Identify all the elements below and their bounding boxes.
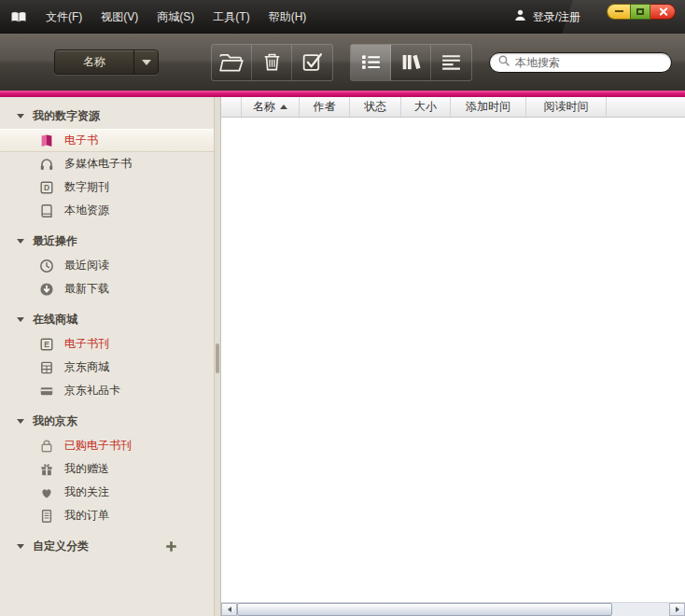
sidebar-item-jd-mall[interactable]: 京东商城: [0, 356, 214, 379]
list-view-button[interactable]: [351, 45, 391, 80]
view-toggle-group: [350, 44, 472, 81]
section-header-label: 在线商城: [33, 312, 77, 328]
sidebar-item-label: 已购电子书刊: [64, 438, 132, 454]
app-window: 文件(F) 视图(V) 商城(S) 工具(T) 帮助(H) 登录/注册 名称: [0, 0, 685, 616]
window-controls: [607, 4, 676, 20]
column-label: 阅读时间: [544, 99, 589, 115]
column-label: 作者: [314, 99, 336, 115]
clock-icon: [39, 259, 54, 273]
splitter-grip[interactable]: [216, 343, 219, 373]
collapse-triangle-icon: [17, 317, 24, 322]
sidebar-item-my-orders[interactable]: 我的订单: [0, 504, 214, 527]
sort-dropdown[interactable]: 名称: [54, 49, 159, 75]
column-label: 状态: [364, 99, 386, 115]
list-view-icon: [359, 51, 383, 73]
menu-help[interactable]: 帮助(H): [260, 6, 315, 29]
menu-view[interactable]: 视图(V): [92, 6, 147, 29]
search-box: [489, 52, 672, 73]
section-custom-categories[interactable]: 自定义分类: [0, 534, 214, 559]
open-folder-button[interactable]: [212, 45, 252, 80]
download-icon: [39, 282, 54, 297]
scrollbar-thumb[interactable]: [237, 603, 612, 616]
jd-mall-icon: [39, 360, 54, 375]
spine-view-icon: [399, 51, 423, 73]
minimize-button[interactable]: [607, 4, 630, 20]
open-folder-icon: [218, 51, 245, 74]
menu-file[interactable]: 文件(F): [37, 6, 91, 29]
column-label: 大小: [414, 99, 437, 115]
sidebar-item-jd-gift-card[interactable]: 京东礼品卡: [0, 379, 214, 402]
scrollbar-track[interactable]: [612, 603, 669, 616]
sidebar-item-local-resources[interactable]: 本地资源: [0, 199, 214, 222]
app-logo-book-icon: [9, 10, 28, 24]
sidebar-item-label: 我的订单: [64, 508, 109, 524]
menubar: 文件(F) 视图(V) 商城(S) 工具(T) 帮助(H) 登录/注册: [0, 0, 685, 34]
search-icon: [497, 54, 510, 70]
collapse-triangle-icon: [17, 544, 24, 549]
menu-tools[interactable]: 工具(T): [204, 6, 258, 29]
select-button[interactable]: [292, 45, 332, 80]
maximize-button[interactable]: [630, 4, 650, 20]
sidebar-item-multimedia-ebooks[interactable]: 多媒体电子书: [0, 152, 214, 175]
column-header-author[interactable]: 作者: [300, 97, 350, 117]
ebook-store-icon: E: [39, 337, 54, 352]
section-header-label: 最近操作: [33, 233, 77, 249]
menubar-right: 登录/注册: [513, 0, 685, 34]
login-register-label: 登录/注册: [533, 9, 580, 25]
horizontal-scrollbar[interactable]: [221, 602, 685, 616]
menu-store[interactable]: 商城(S): [148, 6, 203, 29]
section-header-label: 自定义分类: [33, 539, 89, 554]
section-online-store[interactable]: 在线商城: [0, 307, 214, 332]
detail-view-button[interactable]: [431, 45, 471, 80]
gift-icon: [39, 462, 54, 477]
sort-ascending-icon: [280, 105, 287, 109]
column-header-added-time[interactable]: 添加时间: [451, 97, 526, 117]
close-button[interactable]: [650, 4, 676, 20]
heart-icon: [39, 485, 54, 500]
scroll-right-button[interactable]: [669, 603, 685, 616]
user-icon: [513, 8, 527, 25]
sidebar-splitter[interactable]: [214, 97, 221, 616]
sort-dropdown-arrow[interactable]: [133, 50, 158, 74]
login-register-button[interactable]: 登录/注册: [513, 8, 580, 25]
sidebar-item-label: 京东礼品卡: [64, 383, 120, 399]
add-category-button[interactable]: [164, 539, 178, 553]
section-my-digital-resources[interactable]: 我的数字资源: [0, 104, 214, 129]
sidebar-item-label: 我的赠送: [64, 461, 109, 477]
column-header-name[interactable]: 名称: [242, 97, 300, 117]
sidebar-item-latest-downloads[interactable]: 最新下载: [0, 277, 214, 301]
collapse-triangle-icon: [17, 239, 24, 244]
sidebar-item-digital-journals[interactable]: D 数字期刊: [0, 175, 214, 199]
sidebar-item-label: 最新下载: [64, 281, 109, 297]
spine-view-button[interactable]: [391, 45, 431, 80]
select-check-icon: [301, 50, 324, 74]
plus-icon: [164, 539, 178, 553]
svg-text:E: E: [44, 340, 49, 349]
section-header-label: 我的京东: [33, 413, 77, 429]
sort-dropdown-value: 名称: [55, 54, 133, 70]
sidebar-item-recently-read[interactable]: 最近阅读: [0, 254, 214, 277]
collapse-triangle-icon: [17, 114, 24, 119]
scroll-left-button[interactable]: [221, 603, 237, 616]
delete-button[interactable]: [252, 45, 292, 80]
accent-stripe: [0, 91, 685, 97]
sidebar-item-my-follows[interactable]: 我的关注: [0, 481, 214, 504]
sidebar-item-purchased-ebooks[interactable]: 已购电子书刊: [0, 434, 214, 457]
sidebar-item-my-gifts[interactable]: 我的赠送: [0, 457, 214, 481]
column-header-read-time[interactable]: 阅读时间: [526, 97, 607, 117]
headphones-icon: [39, 157, 54, 172]
sidebar-item-ebooks[interactable]: 电子书: [0, 129, 214, 152]
section-header-label: 我的数字资源: [33, 108, 100, 124]
arrow-right-icon: [676, 607, 679, 612]
sidebar-item-ebook-store[interactable]: E 电子书刊: [0, 332, 214, 356]
section-my-jd[interactable]: 我的京东: [0, 409, 214, 434]
collapse-triangle-icon: [17, 419, 24, 424]
column-label: 名称: [253, 99, 275, 115]
column-filler: [607, 97, 685, 117]
section-recent-actions[interactable]: 最近操作: [0, 229, 214, 254]
column-header-size[interactable]: 大小: [401, 97, 451, 117]
gift-card-icon: [39, 384, 54, 399]
local-search-input[interactable]: [515, 56, 664, 69]
sidebar-item-label: 我的关注: [64, 484, 109, 500]
column-header-status[interactable]: 状态: [350, 97, 401, 117]
